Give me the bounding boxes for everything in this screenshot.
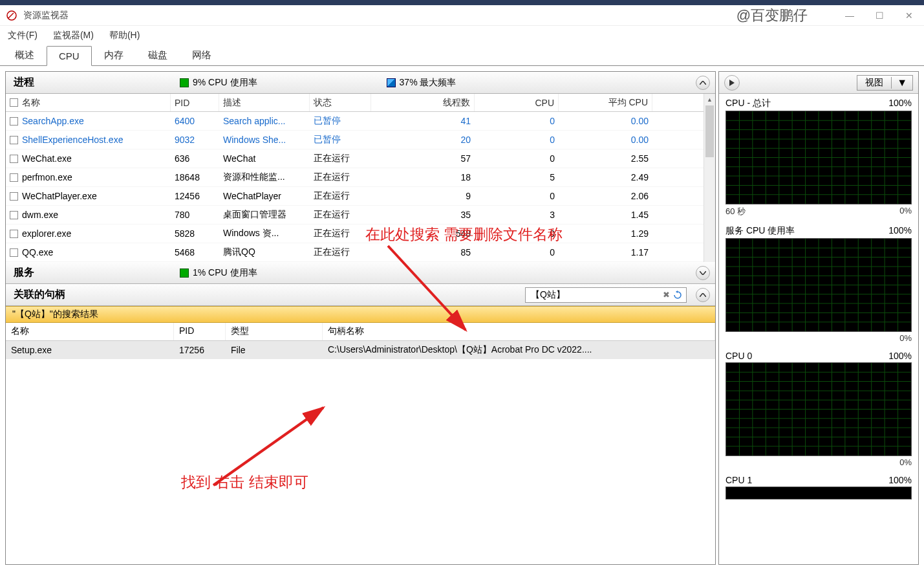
tab-memory[interactable]: 内存 <box>92 45 136 65</box>
col-threads[interactable]: 线程数 <box>371 94 475 111</box>
chart-canvas <box>725 362 912 456</box>
services-header[interactable]: 服务 1% CPU 使用率 <box>6 262 715 284</box>
handles-columns: 名称 PID 类型 句柄名称 <box>6 323 715 341</box>
process-row[interactable]: ShellExperienceHost.exe9032Windows She..… <box>6 131 715 149</box>
search-results-bar: "【Q站】"的搜索结果 <box>6 306 715 323</box>
chart-canvas <box>725 487 912 499</box>
cpu-usage-icon <box>180 78 189 87</box>
toolbar-expand-button[interactable] <box>724 75 740 91</box>
left-pane: 进程 9% CPU 使用率 37% 最大频率 名称 PID 描述 <box>5 71 716 565</box>
menu-file[interactable]: 文件(F) <box>8 30 38 41</box>
services-title: 服务 <box>14 266 34 280</box>
hcol-handle-name[interactable]: 句柄名称 <box>323 323 715 340</box>
row-checkbox[interactable] <box>10 248 18 257</box>
handles-title: 关联的句柄 <box>14 288 65 301</box>
tab-network[interactable]: 网络 <box>180 45 224 65</box>
process-row[interactable]: perfmon.exe18648资源和性能监...正在运行1852.49 <box>6 168 715 187</box>
max-freq-text: 37% 最大频率 <box>400 77 457 89</box>
view-label: 视图 <box>857 77 891 89</box>
services-cpu-icon <box>180 269 189 278</box>
chart-block: CPU 1100% <box>719 471 918 503</box>
collapse-services-button[interactable] <box>696 266 710 280</box>
right-toolbar: 视图 ▼ <box>719 72 918 94</box>
chart-sub-left: 60 秒 <box>725 206 746 217</box>
process-row[interactable]: SearchApp.exe6400Search applic...已暂停4100… <box>6 112 715 131</box>
row-checkbox[interactable] <box>10 230 18 238</box>
processes-title: 进程 <box>14 76 34 89</box>
dropdown-arrow-icon: ▼ <box>891 77 912 89</box>
collapse-handles-button[interactable] <box>696 288 710 302</box>
chart-canvas <box>725 238 912 332</box>
menu-help[interactable]: 帮助(H) <box>109 30 140 41</box>
row-checkbox[interactable] <box>10 136 18 144</box>
handles-header[interactable]: 关联的句柄 ✖ <box>6 284 715 306</box>
close-button[interactable]: ✕ <box>894 5 924 26</box>
hcol-pid[interactable]: PID <box>174 323 226 340</box>
row-checkbox[interactable] <box>10 117 18 126</box>
col-name[interactable]: 名称 <box>22 97 40 109</box>
window-title: 资源监视器 <box>23 10 69 21</box>
chart-block: CPU 0100%0% <box>719 347 918 471</box>
col-avgcpu[interactable]: 平均 CPU <box>559 94 652 111</box>
row-checkbox[interactable] <box>10 155 18 163</box>
menu-bar: 文件(F) 监视器(M) 帮助(H) <box>0 26 924 45</box>
tab-overview[interactable]: 概述 <box>3 45 47 65</box>
chart-sub-right: 0% <box>899 333 912 343</box>
chart-title: CPU 0 <box>725 351 752 361</box>
col-status[interactable]: 状态 <box>310 94 371 111</box>
chart-sub-right: 0% <box>899 206 912 217</box>
row-checkbox[interactable] <box>10 192 18 201</box>
process-row[interactable]: explorer.exe5828Windows 资...正在运行54801.29 <box>6 225 715 243</box>
title-bar: 资源监视器 @百变鹏仔 — ☐ ✕ <box>0 5 924 26</box>
right-pane: 视图 ▼ CPU - 总计100%60 秒0%服务 CPU 使用率100%0%C… <box>718 71 919 565</box>
chart-block: CPU - 总计100%60 秒0% <box>719 94 918 221</box>
clear-search-icon[interactable]: ✖ <box>663 290 672 300</box>
hcol-name[interactable]: 名称 <box>6 323 174 340</box>
chart-sub-right: 0% <box>899 457 912 467</box>
menu-monitor[interactable]: 监视器(M) <box>53 30 94 41</box>
processes-columns: 名称 PID 描述 状态 线程数 CPU 平均 CPU <box>6 94 715 112</box>
watermark-text: @百变鹏仔 <box>736 6 808 25</box>
chart-max: 100% <box>888 98 912 109</box>
max-freq-icon <box>387 78 396 87</box>
select-all-checkbox[interactable] <box>10 98 18 107</box>
chart-block: 服务 CPU 使用率100%0% <box>719 221 918 347</box>
process-row[interactable]: WeChatPlayer.exe12456WeChatPlayer正在运行902… <box>6 187 715 206</box>
maximize-button[interactable]: ☐ <box>865 5 894 26</box>
tab-disk[interactable]: 磁盘 <box>136 45 180 65</box>
chart-max: 100% <box>888 225 912 237</box>
hcol-type[interactable]: 类型 <box>226 323 323 340</box>
processes-header[interactable]: 进程 9% CPU 使用率 37% 最大频率 <box>6 72 715 94</box>
process-row[interactable]: WeChat.exe636WeChat正在运行5702.55 <box>6 149 715 168</box>
collapse-processes-button[interactable] <box>696 76 710 90</box>
main-window: 资源监视器 @百变鹏仔 — ☐ ✕ 文件(F) 监视器(M) 帮助(H) 概述 … <box>0 0 924 570</box>
cpu-usage-text: 9% CPU 使用率 <box>193 77 257 89</box>
col-pid[interactable]: PID <box>171 94 219 111</box>
col-desc[interactable]: 描述 <box>219 94 310 111</box>
handle-search-input[interactable] <box>528 290 663 300</box>
chart-max: 100% <box>888 351 912 361</box>
view-dropdown[interactable]: 视图 ▼ <box>857 75 913 91</box>
tab-bar: 概述 CPU 内存 磁盘 网络 <box>0 45 924 66</box>
handle-search-box[interactable]: ✖ <box>525 287 687 303</box>
tab-cpu[interactable]: CPU <box>47 46 92 66</box>
process-scrollbar[interactable]: ▲ <box>704 94 715 262</box>
row-checkbox[interactable] <box>10 211 18 219</box>
col-cpu[interactable]: CPU <box>475 94 559 111</box>
chart-max: 100% <box>888 475 912 485</box>
chart-title: CPU - 总计 <box>725 98 771 109</box>
search-results-label: "【Q站】"的搜索结果 <box>12 309 98 320</box>
handle-row[interactable]: Setup.exe17256FileC:\Users\Administrator… <box>6 341 715 359</box>
app-icon <box>5 9 18 22</box>
search-refresh-icon[interactable] <box>672 290 683 300</box>
chart-canvas <box>725 111 912 204</box>
services-cpu-text: 1% CPU 使用率 <box>193 267 257 279</box>
chart-title: 服务 CPU 使用率 <box>725 225 795 237</box>
minimize-button[interactable]: — <box>835 5 865 26</box>
chart-title: CPU 1 <box>725 475 752 485</box>
row-checkbox[interactable] <box>10 173 18 182</box>
process-row[interactable]: dwm.exe780桌面窗口管理器正在运行3531.45 <box>6 206 715 225</box>
process-row[interactable]: QQ.exe5468腾讯QQ正在运行8501.17 <box>6 243 715 262</box>
